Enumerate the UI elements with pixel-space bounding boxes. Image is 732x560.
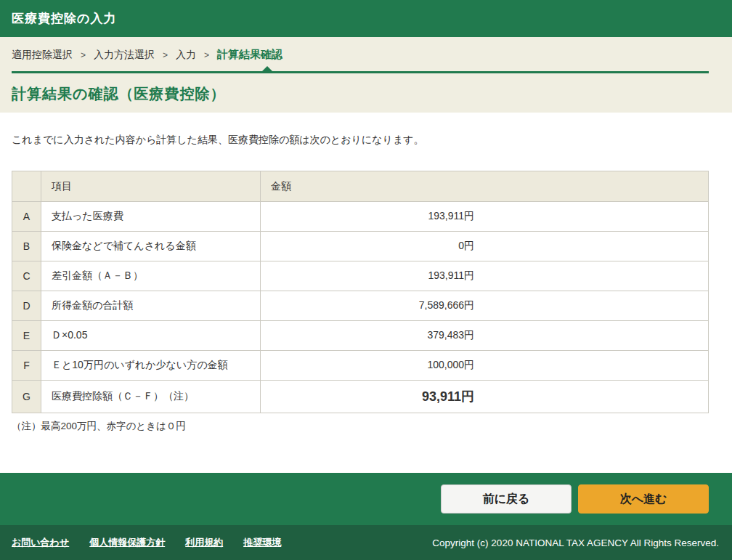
- table-row-f: F Ｅと10万円のいずれか少ない方の金額 100,000円: [12, 351, 709, 381]
- row-amount-value: 193,911円: [261, 261, 709, 291]
- note-text: （注）最高200万円、赤字のときは０円: [12, 420, 709, 433]
- row-key: C: [12, 261, 41, 291]
- row-item-label: 支払った医療費: [41, 202, 261, 232]
- breadcrumb-separator-icon: >: [204, 50, 209, 60]
- breadcrumb-item-calculation-result-active: 計算結果確認: [217, 48, 282, 62]
- copyright-text: Copyright (c) 2020 NATIONAL TAX AGENCY A…: [432, 537, 719, 548]
- row-amount-value: 100,000円: [261, 351, 709, 381]
- next-button[interactable]: 次へ進む: [578, 484, 709, 514]
- footer-links: お問い合わせ 個人情報保護方針 利用規約 推奨環境: [12, 536, 281, 549]
- footer-link-contact[interactable]: お問い合わせ: [12, 536, 69, 549]
- hero-section: 適用控除選択 > 入力方法選択 > 入力 > 計算結果確認 計算結果の確認（医療…: [0, 37, 732, 113]
- breadcrumb-separator-icon: >: [81, 50, 86, 60]
- active-step-caret-icon: [262, 66, 272, 71]
- row-key: F: [12, 351, 41, 381]
- breadcrumb: 適用控除選択 > 入力方法選択 > 入力 > 計算結果確認: [12, 48, 709, 62]
- row-key: B: [12, 232, 41, 261]
- table-row-g-deduction-result: G 医療費控除額（Ｃ－Ｆ）（注） 93,911円: [12, 381, 709, 413]
- app-header: 医療費控除の入力: [0, 0, 732, 37]
- row-item-label: 差引金額（Ａ－Ｂ）: [41, 261, 261, 291]
- row-item-label: Ｄ×0.05: [41, 321, 261, 351]
- footer-link-terms[interactable]: 利用規約: [185, 536, 223, 549]
- row-amount-value: 379,483円: [261, 321, 709, 351]
- breadcrumb-separator-icon: >: [163, 50, 168, 60]
- header-key-cell: [12, 171, 41, 202]
- action-bar: 前に戻る 次へ進む: [0, 473, 732, 525]
- header-amount-cell: 金額: [261, 171, 709, 202]
- row-item-label: Ｅと10万円のいずれか少ない方の金額: [41, 351, 261, 381]
- table-row-c: C 差引金額（Ａ－Ｂ） 193,911円: [12, 261, 709, 291]
- row-key: D: [12, 291, 41, 321]
- page-title: 計算結果の確認（医療費控除）: [12, 84, 709, 104]
- row-item-label: 所得金額の合計額: [41, 291, 261, 321]
- breadcrumb-underline: [12, 71, 709, 73]
- table-row-b: B 保険金などで補てんされる金額 0円: [12, 232, 709, 261]
- footer-link-recommended-environment[interactable]: 推奨環境: [243, 536, 281, 549]
- result-table: 項目 金額 A 支払った医療費 193,911円 B 保険金などで補てんされる金…: [12, 171, 709, 413]
- table-row-e: E Ｄ×0.05 379,483円: [12, 321, 709, 351]
- row-amount-value: 7,589,666円: [261, 291, 709, 321]
- main-content: これまでに入力された内容から計算した結果、医療費控除の額は次のとおりになります。…: [0, 113, 732, 473]
- footer-link-privacy-policy[interactable]: 個人情報保護方針: [89, 536, 165, 549]
- table-row-d: D 所得金額の合計額 7,589,666円: [12, 291, 709, 321]
- breadcrumb-item-input: 入力: [176, 49, 196, 62]
- table-header-row: 項目 金額: [12, 171, 709, 202]
- breadcrumb-item-deduction-select: 適用控除選択: [12, 49, 73, 62]
- header-item-cell: 項目: [41, 171, 261, 202]
- row-amount-value: 0円: [261, 232, 709, 261]
- row-key: G: [12, 381, 41, 413]
- row-item-label: 保険金などで補てんされる金額: [41, 232, 261, 261]
- intro-text: これまでに入力された内容から計算した結果、医療費控除の額は次のとおりになります。: [12, 132, 709, 147]
- page: 医療費控除の入力 適用控除選択 > 入力方法選択 > 入力 > 計算結果確認 計…: [0, 0, 732, 560]
- row-item-label: 医療費控除額（Ｃ－Ｆ）（注）: [41, 381, 261, 413]
- footer: お問い合わせ 個人情報保護方針 利用規約 推奨環境 Copyright (c) …: [0, 525, 732, 560]
- row-amount-value: 193,911円: [261, 202, 709, 232]
- row-key: E: [12, 321, 41, 351]
- row-key: A: [12, 202, 41, 232]
- table-row-a: A 支払った医療費 193,911円: [12, 202, 709, 232]
- breadcrumb-item-input-method-select: 入力方法選択: [94, 49, 155, 62]
- deduction-amount-value: 93,911円: [261, 381, 709, 413]
- back-button[interactable]: 前に戻る: [441, 484, 572, 514]
- app-title: 医療費控除の入力: [12, 10, 116, 27]
